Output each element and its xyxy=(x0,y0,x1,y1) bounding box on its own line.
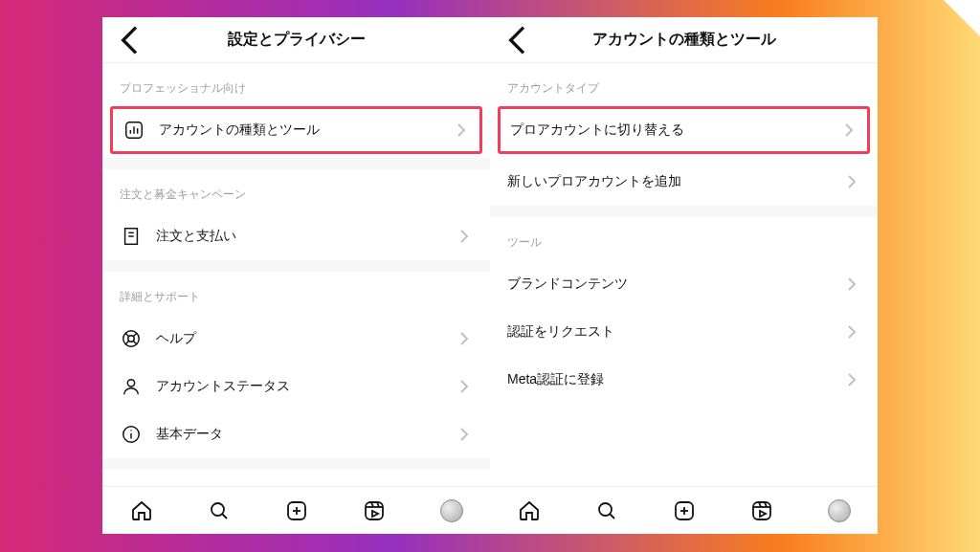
row-switch-pro[interactable]: プロアカウントに切り替える xyxy=(498,106,870,154)
person-icon xyxy=(120,375,143,398)
tab-reels[interactable] xyxy=(749,498,774,523)
svg-line-9 xyxy=(125,333,129,337)
section-professional-label: プロフェッショナル向け xyxy=(102,63,490,106)
header: 設定とプライバシー xyxy=(102,17,490,63)
svg-line-11 xyxy=(125,341,129,344)
svg-marker-26 xyxy=(372,511,378,517)
svg-point-16 xyxy=(130,430,131,431)
row-meta-verified[interactable]: Meta認証に登録 xyxy=(490,356,878,404)
row-label: Meta認証に登録 xyxy=(507,371,830,388)
row-label: 基本データ xyxy=(156,426,442,443)
svg-line-28 xyxy=(610,514,614,519)
row-label: 認証をリクエスト xyxy=(507,323,830,341)
section-account-type-label: アカウントタイプ xyxy=(490,63,878,106)
section-support-label: 詳細とサポート xyxy=(102,272,490,315)
chevron-right-icon xyxy=(456,378,473,395)
chevron-right-icon xyxy=(456,228,473,245)
chevron-right-icon xyxy=(843,323,860,341)
chevron-right-icon xyxy=(456,330,473,347)
row-basic-data[interactable]: 基本データ xyxy=(102,410,490,458)
chevron-right-icon xyxy=(843,173,860,190)
svg-line-18 xyxy=(222,514,227,519)
divider xyxy=(102,158,490,169)
tab-reels[interactable] xyxy=(362,498,387,523)
reels-icon xyxy=(363,499,386,522)
row-label: アカウントステータス xyxy=(156,378,442,395)
svg-line-12 xyxy=(133,341,137,344)
svg-point-8 xyxy=(128,336,134,342)
tab-bar xyxy=(102,486,490,534)
tab-create[interactable] xyxy=(672,498,697,523)
search-icon xyxy=(595,499,618,522)
tab-search[interactable] xyxy=(594,498,619,523)
tab-home[interactable] xyxy=(517,498,542,523)
divider xyxy=(102,260,490,272)
row-label: プロアカウントに切り替える xyxy=(510,121,827,139)
row-help[interactable]: ヘルプ xyxy=(102,315,490,363)
header: アカウントの種類とツール xyxy=(490,17,878,63)
back-button[interactable] xyxy=(500,17,538,62)
row-orders-payments[interactable]: 注文と支払い xyxy=(102,212,490,260)
page-title: アカウントの種類とツール xyxy=(592,30,776,50)
receipt-icon xyxy=(120,225,143,248)
home-icon xyxy=(518,499,541,522)
plus-square-icon xyxy=(673,499,696,522)
page-title: 設定とプライバシー xyxy=(228,30,366,50)
row-brand-content[interactable]: ブランドコンテンツ xyxy=(490,260,878,308)
reels-icon xyxy=(750,499,773,522)
section-orders-label: 注文と募金キャンペーン xyxy=(102,169,490,212)
tab-bar xyxy=(490,486,878,534)
tab-profile[interactable] xyxy=(827,498,852,523)
tab-create[interactable] xyxy=(284,498,309,523)
row-label: ヘルプ xyxy=(156,330,442,347)
avatar-icon xyxy=(440,499,463,522)
chevron-right-icon xyxy=(843,371,860,388)
tab-profile[interactable] xyxy=(439,498,464,523)
svg-point-13 xyxy=(127,380,134,386)
svg-line-10 xyxy=(133,333,137,337)
row-account-status[interactable]: アカウントステータス xyxy=(102,363,490,410)
row-label: ブランドコンテンツ xyxy=(507,276,830,293)
divider xyxy=(490,206,878,217)
content: アカウントタイプ プロアカウントに切り替える 新しいプロアカウントを追加 ツール… xyxy=(490,63,878,486)
chevron-right-icon xyxy=(453,121,470,139)
chevron-right-icon xyxy=(840,121,858,139)
home-icon xyxy=(130,499,153,522)
row-label: アカウントの種類とツール xyxy=(159,121,439,139)
section-tools-label: ツール xyxy=(490,217,878,260)
account-type-screen: アカウントの種類とツール アカウントタイプ プロアカウントに切り替える 新しいプ… xyxy=(490,17,878,534)
chart-icon xyxy=(122,119,145,142)
row-label: 注文と支払い xyxy=(156,228,442,245)
info-icon xyxy=(120,423,143,446)
search-icon xyxy=(208,499,231,522)
settings-screen: 設定とプライバシー プロフェッショナル向け アカウントの種類とツール 注文と募金… xyxy=(102,17,490,534)
plus-square-icon xyxy=(285,499,308,522)
row-account-type-tools[interactable]: アカウントの種類とツール xyxy=(110,106,482,154)
svg-marker-36 xyxy=(760,511,766,517)
section-login-label: ログイン xyxy=(102,470,490,486)
divider xyxy=(102,458,490,470)
avatar-icon xyxy=(828,499,851,522)
row-request-verification[interactable]: 認証をリクエスト xyxy=(490,308,878,356)
tab-search[interactable] xyxy=(207,498,232,523)
row-add-pro[interactable]: 新しいプロアカウントを追加 xyxy=(490,158,878,206)
content: プロフェッショナル向け アカウントの種類とツール 注文と募金キャンペーン 注文と… xyxy=(102,63,490,486)
back-button[interactable] xyxy=(112,17,150,62)
tab-home[interactable] xyxy=(129,498,154,523)
chevron-right-icon xyxy=(456,426,473,443)
chevron-left-icon xyxy=(112,21,150,59)
chevron-right-icon xyxy=(843,276,860,293)
row-label: 新しいプロアカウントを追加 xyxy=(507,173,830,190)
help-icon xyxy=(120,327,143,350)
chevron-left-icon xyxy=(500,21,538,59)
